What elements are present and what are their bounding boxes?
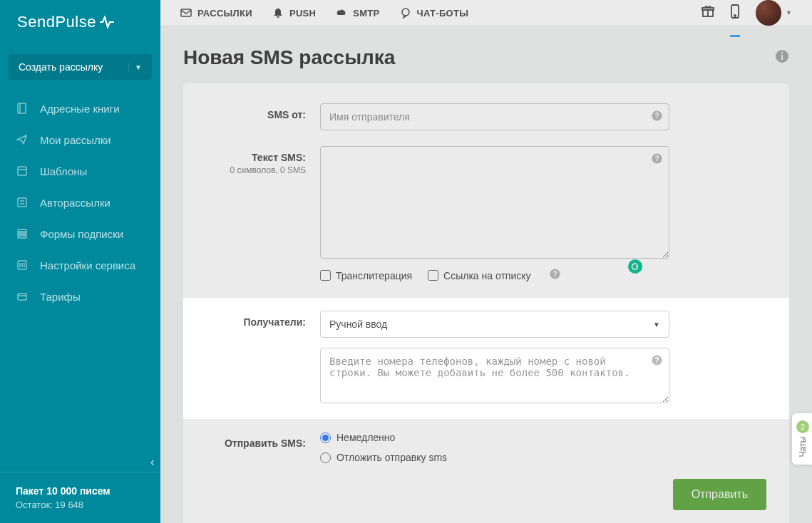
sidebar-item-label: Шаблоны <box>40 165 87 177</box>
checkbox-unsub[interactable]: Ссылка на отписку <box>428 270 530 281</box>
plan-name: Пакет 10 000 писем <box>16 485 145 497</box>
chevron-down-icon: ▼ <box>786 9 792 16</box>
topnav-label: РАССЫЛКИ <box>197 8 252 19</box>
svg-rect-24 <box>781 55 783 60</box>
recipients-section: Получатели: Ручной ввод ▼ <box>183 298 789 419</box>
recipients-select[interactable]: Ручной ввод ▼ <box>320 311 669 338</box>
sms-text-input[interactable] <box>320 146 669 259</box>
chevron-down-icon: ▼ <box>128 63 142 71</box>
topbar: РАССЫЛКИ PUSH SMTP ЧАТ-БОТЫ <box>160 0 812 26</box>
sidebar-item-label: Мои рассылки <box>40 134 111 146</box>
chat-icon <box>400 7 411 19</box>
sidebar-item-my-campaigns[interactable]: Мои рассылки <box>0 124 160 155</box>
svg-rect-4 <box>18 198 26 207</box>
cloud-icon <box>336 7 347 19</box>
sidebar-footer: Пакет 10 000 писем Остаток: 19 648 <box>0 472 160 523</box>
svg-rect-9 <box>19 234 25 236</box>
row-recipients: Получатели: Ручной ввод ▼ <box>206 311 766 338</box>
help-icon[interactable]: ? <box>652 153 662 166</box>
avatar <box>756 0 781 26</box>
sidebar-item-settings[interactable]: Настройки сервиса <box>0 249 160 281</box>
help-icon[interactable]: ? <box>652 110 662 123</box>
form-icon <box>16 227 29 240</box>
info-icon[interactable] <box>775 49 789 66</box>
radio-delayed-input[interactable] <box>320 452 331 463</box>
sidebar-item-label: Авторассылки <box>40 197 111 209</box>
help-icon[interactable]: ? <box>550 269 560 282</box>
svg-rect-20 <box>702 8 714 10</box>
chat-widget[interactable]: 2 Чаты <box>792 413 812 465</box>
label-schedule: Отправить SMS: <box>206 437 306 449</box>
checkbox-label: Транслитерация <box>336 270 412 281</box>
form-card: SMS от: ? Текст SMS: 0 символов, 0 SMS <box>183 83 789 523</box>
label-sender: SMS от: <box>206 109 306 120</box>
email-icon <box>180 7 192 19</box>
select-value: Ручной ввод <box>329 319 387 330</box>
plan-balance: Остаток: 19 648 <box>16 499 145 510</box>
chevron-down-icon: ▼ <box>653 321 660 328</box>
pulse-icon <box>99 16 115 29</box>
sidebar-item-address-books[interactable]: Адресные книги <box>0 93 160 124</box>
book-icon <box>16 102 29 115</box>
topnav-smtp[interactable]: SMTP <box>336 7 379 19</box>
collapse-sidebar-icon[interactable]: ‹ <box>150 455 155 470</box>
page-header: Новая SMS рассылка <box>183 46 789 69</box>
radio-immediate[interactable]: Немедленно <box>320 432 669 443</box>
topnav-chatbots[interactable]: ЧАТ-БОТЫ <box>400 7 469 19</box>
chat-badge: 2 <box>796 420 809 433</box>
topnav-label: SMTP <box>353 8 379 19</box>
main: РАССЫЛКИ PUSH SMTP ЧАТ-БОТЫ <box>160 0 812 523</box>
submit-button[interactable]: Отправить <box>673 479 766 510</box>
gift-icon[interactable] <box>701 5 714 21</box>
topnav: РАССЫЛКИ PUSH SMTP ЧАТ-БОТЫ <box>180 7 468 19</box>
topnav-push[interactable]: PUSH <box>272 7 316 19</box>
send-icon <box>16 133 29 146</box>
row-sender: SMS от: ? <box>206 103 766 130</box>
submit-row: Отправить <box>206 479 766 510</box>
row-phones: ? <box>206 348 766 406</box>
svg-point-22 <box>734 15 736 16</box>
checkbox-translit-input[interactable] <box>320 270 331 281</box>
topnav-label: ЧАТ-БОТЫ <box>417 8 469 19</box>
svg-rect-0 <box>18 103 26 113</box>
phones-input[interactable] <box>320 348 669 403</box>
svg-text:?: ? <box>654 356 659 364</box>
sidebar: SendPulse Создать рассылку ▼ Адресные кн… <box>0 0 160 523</box>
sidebar-item-templates[interactable]: Шаблоны <box>0 155 160 187</box>
automation-icon <box>16 196 29 209</box>
svg-rect-2 <box>18 167 26 175</box>
radio-label: Немедленно <box>336 432 395 443</box>
svg-point-17 <box>402 9 409 16</box>
checkbox-label: Ссылка на отписку <box>443 270 530 281</box>
svg-text:?: ? <box>654 155 659 162</box>
char-counter: 0 символов, 0 SMS <box>206 165 306 175</box>
content: Новая SMS рассылка SMS от: ? <box>160 26 812 523</box>
page-title: Новая SMS рассылка <box>183 46 395 69</box>
svg-rect-8 <box>19 232 25 233</box>
topnav-email[interactable]: РАССЫЛКИ <box>180 7 252 19</box>
bell-icon <box>272 7 284 19</box>
sidebar-item-automations[interactable]: Авторассылки <box>0 187 160 218</box>
sender-input[interactable] <box>320 103 669 130</box>
user-menu[interactable]: ▼ <box>756 0 792 26</box>
sidebar-nav: Адресные книги Мои рассылки Шаблоны Авто… <box>0 90 160 472</box>
help-icon[interactable]: ? <box>652 355 662 368</box>
checkbox-translit[interactable]: Транслитерация <box>320 270 412 281</box>
template-icon <box>16 165 29 177</box>
topbar-right: ▼ <box>701 0 792 26</box>
svg-text:?: ? <box>654 112 659 120</box>
sidebar-item-label: Тарифы <box>40 291 81 303</box>
svg-point-25 <box>781 52 783 53</box>
radio-delayed[interactable]: Отложить отправку sms <box>320 452 669 463</box>
sidebar-item-forms[interactable]: Формы подписки <box>0 218 160 249</box>
logo[interactable]: SendPulse <box>0 0 160 44</box>
topnav-label: PUSH <box>289 8 316 19</box>
label-text: Текст SMS: <box>206 152 306 163</box>
sidebar-item-label: Адресные книги <box>40 103 120 115</box>
grammarly-icon[interactable] <box>628 259 642 274</box>
radio-immediate-input[interactable] <box>320 433 331 443</box>
create-campaign-button[interactable]: Создать рассылку ▼ <box>9 54 152 80</box>
checkbox-unsub-input[interactable] <box>428 270 438 281</box>
create-campaign-label: Создать рассылку <box>19 61 103 73</box>
sidebar-item-pricing[interactable]: Тарифы <box>0 281 160 312</box>
